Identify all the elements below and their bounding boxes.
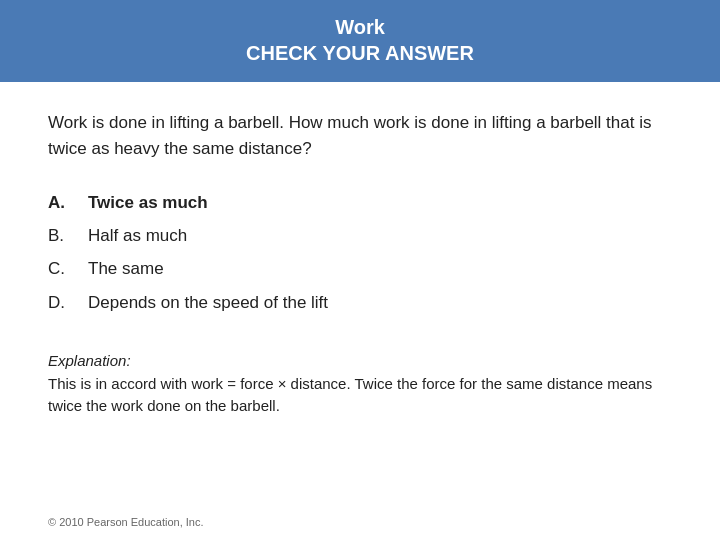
option-d: D. Depends on the speed of the lift bbox=[48, 289, 672, 316]
header-title: Work CHECK YOUR ANSWER bbox=[20, 14, 700, 66]
option-d-letter: D. bbox=[48, 289, 76, 316]
option-c-letter: C. bbox=[48, 255, 76, 282]
content-area: Work is done in lifting a barbell. How m… bbox=[0, 82, 720, 508]
option-b: B. Half as much bbox=[48, 222, 672, 249]
header-line2: CHECK YOUR ANSWER bbox=[246, 42, 474, 64]
footer: © 2010 Pearson Education, Inc. bbox=[0, 508, 720, 540]
option-a-text: Twice as much bbox=[88, 189, 208, 216]
option-a: A. Twice as much bbox=[48, 189, 672, 216]
question-text: Work is done in lifting a barbell. How m… bbox=[48, 110, 672, 161]
option-d-text: Depends on the speed of the lift bbox=[88, 289, 328, 316]
explanation-title: Explanation: bbox=[48, 352, 672, 369]
option-b-letter: B. bbox=[48, 222, 76, 249]
option-a-letter: A. bbox=[48, 189, 76, 216]
header-line1: Work bbox=[335, 16, 385, 38]
explanation-section: Explanation: This is in accord with work… bbox=[48, 352, 672, 418]
option-b-text: Half as much bbox=[88, 222, 187, 249]
option-c: C. The same bbox=[48, 255, 672, 282]
header: Work CHECK YOUR ANSWER bbox=[0, 0, 720, 82]
slide-container: Work CHECK YOUR ANSWER Work is done in l… bbox=[0, 0, 720, 540]
option-c-text: The same bbox=[88, 255, 164, 282]
options-list: A. Twice as much B. Half as much C. The … bbox=[48, 189, 672, 316]
footer-text: © 2010 Pearson Education, Inc. bbox=[48, 516, 203, 528]
explanation-body: This is in accord with work = force × di… bbox=[48, 373, 672, 418]
